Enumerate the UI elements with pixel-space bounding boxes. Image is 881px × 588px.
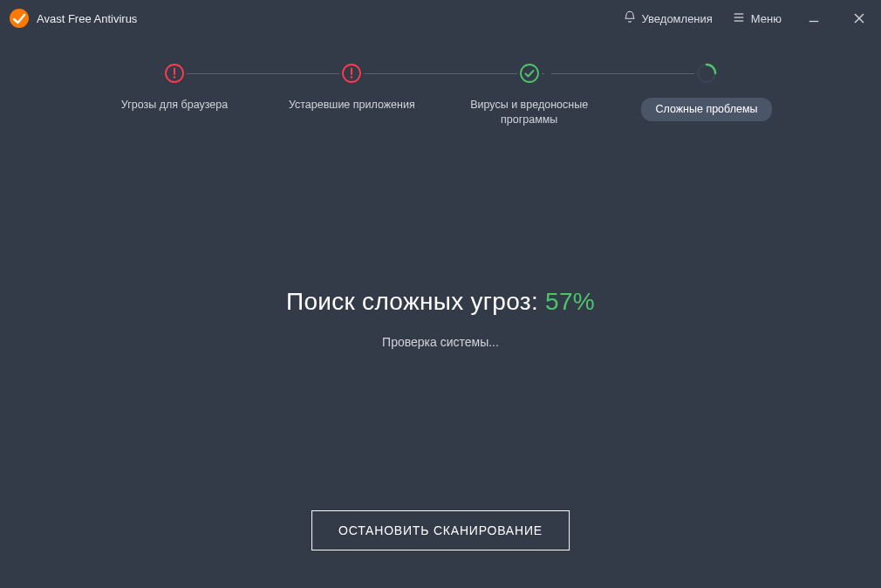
warning-icon: [162, 61, 187, 85]
close-button[interactable]: [846, 5, 872, 31]
check-icon: [517, 61, 542, 85]
step-outdated-apps: Устаревшие приложения: [273, 61, 430, 113]
spinner-icon: [694, 61, 719, 85]
svg-point-13: [521, 65, 538, 82]
step-viruses-malware: Вирусы и вредоносные программы: [451, 61, 608, 127]
step-label: Устаревшие приложения: [289, 98, 415, 113]
scan-headline: Поиск сложных угроз: 57%: [286, 288, 595, 316]
svg-point-9: [174, 76, 176, 79]
step-advanced-issues: Сложные проблемы: [628, 61, 785, 121]
notifications-label: Уведомления: [642, 12, 713, 25]
scan-status: Проверка системы...: [382, 335, 499, 349]
main-content: Поиск сложных угроз: 57% Проверка систем…: [0, 288, 881, 349]
app-title: Avast Free Antivirus: [37, 12, 137, 25]
step-browser-threats: Угрозы для браузера: [96, 61, 253, 113]
warning-icon: [339, 61, 364, 85]
app-logo-icon: [9, 8, 30, 29]
step-label: Вирусы и вредоносные программы: [455, 98, 604, 127]
minimize-button[interactable]: [801, 5, 827, 31]
progress-stepper: Угрозы для браузера Устаревшие приложени…: [0, 61, 881, 127]
scan-percent: 57%: [545, 288, 595, 315]
svg-point-12: [351, 76, 353, 79]
title-bar: Avast Free Antivirus Уведомления Меню: [0, 0, 881, 37]
svg-point-0: [10, 9, 29, 28]
stepper-connector: [161, 73, 351, 74]
hamburger-icon: [732, 10, 746, 27]
step-label: Сложные проблемы: [641, 98, 771, 121]
menu-button[interactable]: Меню: [732, 10, 782, 27]
bell-icon: [623, 10, 637, 27]
stop-scan-button[interactable]: ОСТАНОВИТЬ СКАНИРОВАНИЕ: [311, 510, 570, 550]
step-label: Угрозы для браузера: [121, 98, 228, 113]
notifications-button[interactable]: Уведомления: [623, 10, 713, 27]
stepper-connector: [551, 73, 717, 74]
menu-label: Меню: [751, 12, 782, 25]
scan-headline-text: Поиск сложных угроз:: [286, 288, 545, 315]
